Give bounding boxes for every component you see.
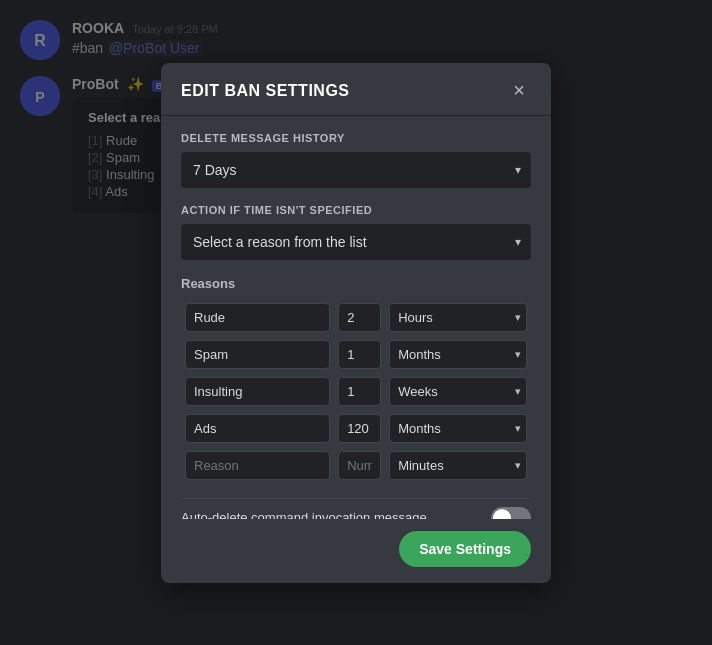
reason-name-input-0[interactable] [185, 303, 330, 332]
reason-unit-select-3[interactable]: MinutesHoursDaysWeeksMonthsYears [389, 414, 527, 443]
action-label: Action if time isn't specified [181, 204, 531, 216]
delete-history-select-wrapper: Don't Delete Any Last 24 Hours Last 2 Da… [181, 152, 531, 188]
modal-footer: Save Settings [161, 519, 551, 583]
toggle-0[interactable] [491, 507, 531, 519]
reason-unit-select-4[interactable]: MinutesHoursDaysWeeksMonthsYears [389, 451, 527, 480]
modal-title: EDIT BAN SETTINGS [181, 82, 350, 100]
reason-unit-select-2[interactable]: MinutesHoursDaysWeeksMonthsYears [389, 377, 527, 406]
save-settings-button[interactable]: Save Settings [399, 531, 531, 567]
delete-history-select[interactable]: Don't Delete Any Last 24 Hours Last 2 Da… [181, 152, 531, 188]
reason-row-3: MinutesHoursDaysWeeksMonthsYears [181, 410, 531, 447]
reason-num-input-2[interactable] [338, 377, 381, 406]
reason-row-0: MinutesHoursDaysWeeksMonthsYears [181, 299, 531, 336]
action-select[interactable]: Select a reason from the list Rude Spam … [181, 224, 531, 260]
modal-header: EDIT BAN SETTINGS × [161, 63, 551, 116]
edit-ban-settings-modal: EDIT BAN SETTINGS × DELETE MESSAGE HISTO… [161, 63, 551, 583]
reason-num-input-4[interactable] [338, 451, 381, 480]
reasons-label: Reasons [181, 276, 531, 291]
chat-background: R ROOKA Today at 9:28 PM #ban @ProBot Us… [0, 0, 712, 645]
reason-row-1: MinutesHoursDaysWeeksMonthsYears [181, 336, 531, 373]
reason-num-input-0[interactable] [338, 303, 381, 332]
reasons-table: MinutesHoursDaysWeeksMonthsYearsMinutesH… [181, 299, 531, 484]
reason-name-input-3[interactable] [185, 414, 330, 443]
toggle-label-0: Auto-delete command invocation message [181, 510, 491, 519]
reason-row-2: MinutesHoursDaysWeeksMonthsYears [181, 373, 531, 410]
reason-num-input-1[interactable] [338, 340, 381, 369]
modal-close-button[interactable]: × [507, 79, 531, 103]
reason-num-input-3[interactable] [338, 414, 381, 443]
reason-name-input-1[interactable] [185, 340, 330, 369]
reason-row-4: MinutesHoursDaysWeeksMonthsYears [181, 447, 531, 484]
action-select-wrapper: Select a reason from the list Rude Spam … [181, 224, 531, 260]
modal-body: DELETE MESSAGE HISTORY Don't Delete Any … [161, 116, 551, 519]
reason-name-input-4[interactable] [185, 451, 330, 480]
reason-unit-select-1[interactable]: MinutesHoursDaysWeeksMonthsYears [389, 340, 527, 369]
reason-unit-select-0[interactable]: MinutesHoursDaysWeeksMonthsYears [389, 303, 527, 332]
reason-name-input-2[interactable] [185, 377, 330, 406]
modal-overlay: EDIT BAN SETTINGS × DELETE MESSAGE HISTO… [0, 0, 712, 645]
delete-history-label: DELETE MESSAGE HISTORY [181, 132, 531, 144]
toggle-row-0: Auto-delete command invocation message [181, 498, 531, 519]
toggles-container: Auto-delete command invocation messageAu… [181, 498, 531, 519]
